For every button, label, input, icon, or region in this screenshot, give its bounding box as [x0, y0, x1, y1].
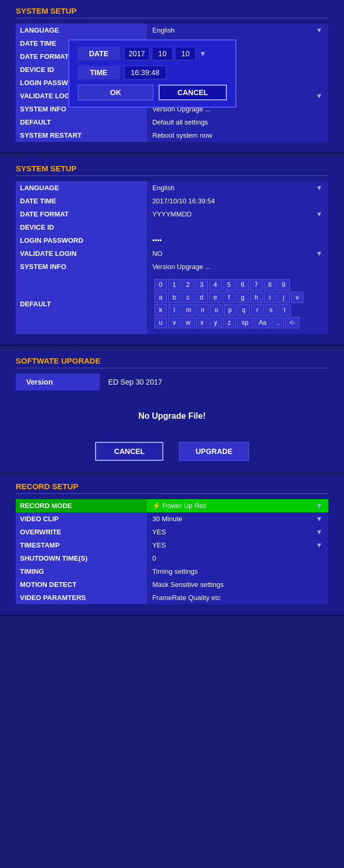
- key-c[interactable]: c: [182, 292, 194, 303]
- row-label: VIDEO PARAMTERS: [16, 591, 147, 604]
- day-field[interactable]: 10: [175, 47, 196, 60]
- key-z[interactable]: z: [223, 317, 236, 328]
- row-label: SYSTEM RESTART: [16, 129, 147, 142]
- key-h[interactable]: h: [250, 292, 263, 303]
- section2-title: SYSTEM SETUP: [16, 164, 328, 176]
- keyboard-row-u: u v w x y z sp Aa ., <-: [154, 317, 323, 328]
- key-k[interactable]: k: [154, 304, 167, 316]
- key-5[interactable]: 5: [223, 279, 235, 291]
- key-6[interactable]: 6: [236, 279, 249, 291]
- key-e[interactable]: e: [209, 292, 222, 303]
- key-3[interactable]: 3: [195, 279, 208, 291]
- row-value[interactable]: Version Upgrage ...: [147, 260, 328, 273]
- key-space[interactable]: sp: [237, 317, 254, 328]
- key-y[interactable]: y: [210, 317, 222, 328]
- key-o[interactable]: o: [210, 304, 223, 316]
- key-q[interactable]: q: [237, 304, 250, 316]
- keyboard-row-a: a b c d e f g h i j v: [154, 292, 323, 303]
- upgrade-buttons: CANCEL UPGRADE: [16, 442, 328, 461]
- date-parts: 2017 10 10: [124, 47, 196, 60]
- section3-title: SOFTWATE UPGRADE: [16, 356, 328, 368]
- key-g[interactable]: g: [236, 292, 249, 303]
- table-row: MOTION DETECT Mask Sensitive settings: [16, 578, 328, 591]
- key-9[interactable]: 9: [277, 279, 290, 291]
- row-value[interactable]: 0: [147, 552, 328, 565]
- ok-button[interactable]: OK: [78, 85, 153, 100]
- row-value[interactable]: ⚡ Power Up Rec ▼: [147, 499, 328, 512]
- row-value[interactable]: YES ▼: [147, 539, 328, 552]
- table-row: DEVICE ID: [16, 221, 328, 234]
- key-u[interactable]: u: [154, 317, 167, 328]
- key-v3[interactable]: v: [168, 317, 181, 328]
- row-value[interactable]: ••••: [147, 234, 328, 247]
- key-a[interactable]: a: [154, 292, 167, 303]
- date-label: DATE: [78, 47, 120, 60]
- key-dot[interactable]: .,: [272, 317, 284, 328]
- key-8[interactable]: 8: [264, 279, 276, 291]
- key-n[interactable]: n: [196, 304, 209, 316]
- table-row: OVERWRITE YES ▼: [16, 525, 328, 539]
- key-4[interactable]: 4: [209, 279, 222, 291]
- row-label: TIMING: [16, 565, 147, 578]
- key-2[interactable]: 2: [182, 279, 194, 291]
- row-label: DEFAULT: [16, 116, 147, 129]
- gap2: [0, 346, 344, 350]
- key-s[interactable]: s: [265, 304, 277, 316]
- key-r[interactable]: r: [251, 304, 264, 316]
- time-label: TIME: [78, 66, 120, 79]
- key-d[interactable]: d: [195, 292, 208, 303]
- row-value[interactable]: 30 Minute ▼: [147, 512, 328, 525]
- key-backspace[interactable]: <-: [285, 317, 299, 328]
- cancel-button[interactable]: CANCEL: [159, 85, 227, 100]
- key-1[interactable]: 1: [168, 279, 181, 291]
- key-x[interactable]: x: [196, 317, 209, 328]
- key-t[interactable]: t: [278, 304, 291, 316]
- time-field[interactable]: 16:39:48: [124, 66, 166, 79]
- row-value[interactable]: [147, 221, 328, 234]
- date-dropdown-icon: ▼: [199, 49, 206, 58]
- year-field[interactable]: 2017: [124, 47, 150, 60]
- row-value[interactable]: English ▼: [147, 24, 328, 37]
- month-field[interactable]: 10: [152, 47, 173, 60]
- on-screen-keyboard: 0 1 2 3 4 5 6 7 8 9 a b c: [152, 277, 325, 332]
- key-w[interactable]: w: [182, 317, 195, 328]
- key-l[interactable]: l: [168, 304, 181, 316]
- table-row: DATE TIME 2017/10/10 16:39:54: [16, 194, 328, 208]
- row-value[interactable]: 0 1 2 3 4 5 6 7 8 9 a b c: [147, 273, 328, 334]
- date-row: DATE 2017 10 10 ▼: [78, 47, 227, 60]
- dropdown-arrow-icon: ▼: [316, 515, 322, 523]
- row-value[interactable]: Reboot system now: [147, 129, 328, 142]
- row-value[interactable]: FrameRate Quality etc: [147, 591, 328, 604]
- table-row: LOGIN PASSWORD ••••: [16, 234, 328, 247]
- key-f[interactable]: f: [223, 292, 235, 303]
- row-value[interactable]: Timing settings: [147, 565, 328, 578]
- upgrade-button[interactable]: UPGRADE: [179, 442, 248, 461]
- key-v2[interactable]: v: [291, 292, 304, 303]
- dropdown-arrow-icon: ▼: [316, 210, 322, 218]
- row-label: SYSTEM INFO: [16, 260, 147, 273]
- row-value[interactable]: Default all settings: [147, 116, 328, 129]
- table-row: SHUTDOWN TIME(S) 0: [16, 552, 328, 565]
- key-b[interactable]: b: [168, 292, 181, 303]
- key-aa[interactable]: Aa: [255, 317, 271, 328]
- row-label: VALIDATE LOGIN: [16, 247, 147, 260]
- cancel-button[interactable]: CANCEL: [95, 442, 163, 461]
- row-value[interactable]: NO ▼: [147, 247, 328, 260]
- row-value[interactable]: English ▼: [147, 181, 328, 194]
- key-i[interactable]: i: [264, 292, 276, 303]
- row-value[interactable]: YYYYMMDD ▼: [147, 208, 328, 221]
- section4-record-setup: RECORD SETUP RECORD MODE ⚡ Power Up Rec …: [0, 476, 344, 616]
- key-j[interactable]: j: [277, 292, 290, 303]
- row-value[interactable]: 2017/10/10 16:39:54: [147, 194, 328, 208]
- row-value[interactable]: YES ▼: [147, 525, 328, 539]
- key-m[interactable]: m: [182, 304, 195, 316]
- gap1: [0, 153, 344, 158]
- table-row: DATE FORMAT YYYYMMDD ▼: [16, 208, 328, 221]
- key-0[interactable]: 0: [154, 279, 167, 291]
- row-label: SHUTDOWN TIME(S): [16, 552, 147, 565]
- version-value: ED Sep 30 2017: [108, 378, 162, 386]
- key-p[interactable]: p: [224, 304, 236, 316]
- gap3: [0, 471, 344, 476]
- key-7[interactable]: 7: [250, 279, 263, 291]
- row-value[interactable]: Mask Sensitive settings: [147, 578, 328, 591]
